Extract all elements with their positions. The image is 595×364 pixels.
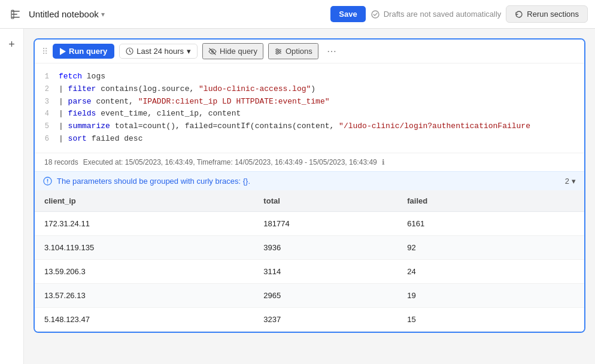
line-number-4: 4 [35,108,59,120]
cell-total: 2965 [254,283,397,307]
cell-empty [523,307,584,331]
notebook-title-area: Untitled notebook ▾ [29,9,326,19]
cell-total: 181774 [254,211,397,235]
column-header-failed: failed [397,190,523,212]
svg-point-13 [276,52,278,54]
cell-client_ip: 13.57.26.13 [35,283,254,307]
column-header-client-ip: client_ip [35,190,254,212]
run-query-label: Run query [69,47,107,56]
code-line-5: 5 | summarize total=count(), failed=coun… [35,120,584,133]
warning-count-value: 2 [565,177,569,186]
code-editor[interactable]: 1 fetch logs 2 | filter contains(log.sou… [35,63,584,153]
column-header-total: total [254,190,397,212]
code-line-3: 3 | parse content, "IPADDR:client_ip LD … [35,96,584,108]
notebook-title: Untitled notebook [29,9,99,19]
time-chevron-icon: ▾ [187,47,191,56]
warning-text: The parameters should be grouped with cu… [57,177,250,186]
code-line-6: 6 | sort failed desc [35,133,584,145]
cell-total: 3237 [254,307,397,331]
options-icon [274,47,283,56]
cell-total: 3936 [254,235,397,259]
results-table: client_ip total failed 172.31.24.1118177… [35,190,584,332]
column-header-empty [523,190,584,212]
table-header-row: client_ip total failed [35,190,584,212]
rerun-icon [515,10,523,19]
warning-content: The parameters should be grouped with cu… [43,177,250,186]
cell-total: 3114 [254,259,397,283]
code-content-4: | fields event_time, client_ip, content [59,108,584,120]
svg-marker-5 [60,48,66,55]
drag-handle-icon[interactable]: ⠿ [42,47,48,56]
table-row: 13.57.26.13296519 [35,283,584,307]
cell-client_ip: 3.104.119.135 [35,235,254,259]
options-button[interactable]: Options [268,43,318,59]
cell-failed: 6161 [397,211,523,235]
table-row: 13.59.206.3311424 [35,259,584,283]
draft-notice: Drafts are not saved automatically [371,10,502,19]
rerun-sections-button[interactable]: Rerun sections [506,5,588,23]
warning-banner: The parameters should be grouped with cu… [35,171,584,190]
sidebar-toggle-button[interactable] [7,6,24,23]
more-options-button[interactable]: ⋯ [323,43,340,59]
code-line-2: 2 | filter contains(log.source, "ludo-cl… [35,83,584,96]
left-sidebar: + [0,29,24,364]
svg-point-12 [278,50,280,52]
svg-rect-1 [11,14,17,15]
svg-point-4 [372,11,379,18]
table-row: 172.31.24.111817746161 [35,211,584,235]
hide-query-label: Hide query [220,47,257,56]
cell-client_ip: 13.59.206.3 [35,259,254,283]
cell-empty [523,211,584,235]
line-number-1: 1 [35,71,59,83]
svg-rect-0 [11,11,20,12]
play-icon [60,48,66,55]
code-content-6: | sort failed desc [59,133,584,145]
draft-icon [371,10,380,19]
code-content-2: | filter contains(log.source, "ludo-clin… [59,83,584,96]
top-bar: Untitled notebook ▾ Save Drafts are not … [0,0,595,29]
time-selector-button[interactable]: Last 24 hours ▾ [119,44,198,59]
cell-client_ip: 5.148.123.47 [35,307,254,331]
line-number-2: 2 [35,84,59,95]
main-layout: + ⠿ Run query Last 24 hour [0,29,595,364]
add-cell-button[interactable]: + [4,36,20,53]
warning-chevron-icon[interactable]: ▾ [572,177,576,186]
cell-failed: 92 [397,235,523,259]
query-block: ⠿ Run query Last 24 hours ▾ [34,38,585,333]
results-bar: 18 records Executed at: 15/05/2023, 16:4… [35,153,584,171]
cell-empty [523,259,584,283]
record-count: 18 records [44,158,78,166]
cell-empty [523,283,584,307]
code-content-5: | summarize total=count(), failed=countI… [59,120,584,133]
code-content-1: fetch logs [59,71,584,83]
table-row: 5.148.123.47323715 [35,307,584,331]
cell-failed: 24 [397,259,523,283]
execution-info-icon[interactable]: ℹ [382,158,385,166]
code-line-4: 4 | fields event_time, client_ip, conten… [35,108,584,120]
cell-failed: 15 [397,307,523,331]
save-button[interactable]: Save [330,6,365,22]
run-query-button[interactable]: Run query [53,44,114,59]
query-toolbar: ⠿ Run query Last 24 hours ▾ [35,40,584,63]
eye-icon [208,47,217,56]
rerun-label: Rerun sections [527,10,579,19]
cell-failed: 19 [397,283,523,307]
draft-notice-text: Drafts are not saved automatically [384,10,502,19]
svg-rect-2 [11,17,20,18]
content-area: ⠿ Run query Last 24 hours ▾ [24,29,595,364]
table-body: 172.31.24.1118177461613.104.119.13539369… [35,211,584,331]
cell-empty [523,235,584,259]
table-row: 3.104.119.135393692 [35,235,584,259]
title-dropdown-icon[interactable]: ▾ [101,10,105,19]
warning-count-area: 2 ▾ [565,177,576,186]
execution-info: Executed at: 15/05/2023, 16:43:49, Timef… [83,158,377,166]
results-table-container: client_ip total failed 172.31.24.1118177… [35,190,584,332]
clock-icon [126,47,133,55]
hide-query-button[interactable]: Hide query [202,43,263,59]
line-number-3: 3 [35,96,59,108]
svg-point-15 [47,182,48,183]
code-content-3: | parse content, "IPADDR:client_ip LD HT… [59,96,584,108]
warning-icon [43,177,52,186]
code-line-1: 1 fetch logs [35,71,584,83]
time-label: Last 24 hours [136,47,184,56]
